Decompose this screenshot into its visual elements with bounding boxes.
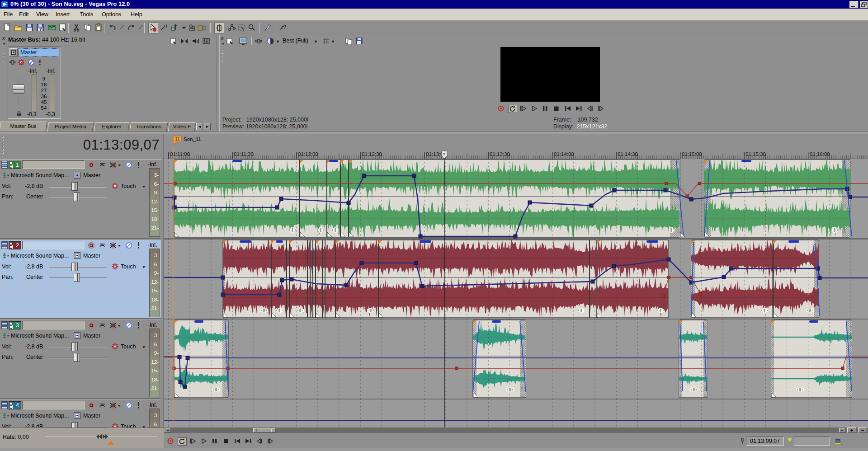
svg-text:01:15:30: 01:15:30: [745, 151, 766, 157]
svg-text:01:12:30: 01:12:30: [362, 151, 382, 157]
svg-text:01:15:00: 01:15:00: [682, 151, 702, 157]
svg-text:01:16:00: 01:16:00: [810, 151, 830, 157]
svg-text:?: ?: [39, 27, 42, 32]
svg-text:11: 11: [175, 136, 180, 141]
svg-text:?: ?: [283, 24, 286, 29]
svg-text:Son_11: Son_11: [184, 136, 201, 142]
svg-text:01:14:00: 01:14:00: [554, 151, 574, 157]
svg-text:01:13:0: 01:13:0: [426, 151, 443, 157]
svg-text:01:11:30: 01:11:30: [234, 151, 254, 157]
svg-text:01:14:30: 01:14:30: [618, 151, 638, 157]
svg-text:01:12:00: 01:12:00: [298, 151, 318, 157]
svg-text:01:13:30: 01:13:30: [490, 151, 510, 157]
